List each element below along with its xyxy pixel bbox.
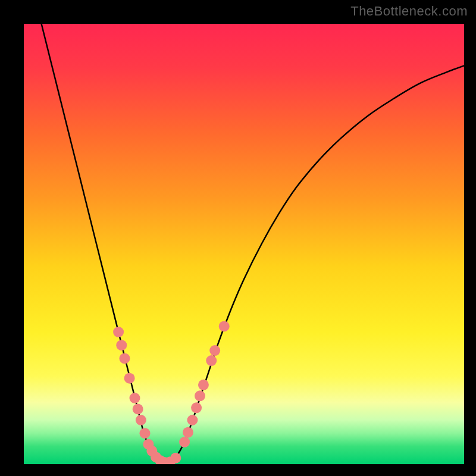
highlight-dot	[136, 415, 146, 425]
highlight-dot	[191, 402, 202, 413]
highlight-dot	[187, 415, 198, 425]
highlight-dot	[116, 340, 127, 350]
highlight-dot	[206, 355, 217, 366]
highlight-dot	[179, 437, 190, 447]
highlight-dot	[140, 428, 151, 439]
highlight-dot	[183, 427, 193, 438]
highlight-dot	[124, 373, 135, 384]
highlight-dot	[133, 404, 143, 415]
bottleneck-curve-left	[42, 24, 167, 463]
highlight-dot	[129, 393, 140, 403]
highlight-dot	[219, 321, 230, 331]
highlight-dot	[209, 345, 220, 356]
highlight-dot	[195, 390, 205, 401]
chart-frame: TheBottleneck.com	[0, 0, 476, 476]
highlight-dot	[170, 453, 181, 464]
watermark-text: TheBottleneck.com	[350, 4, 468, 19]
plot-area	[24, 24, 464, 464]
highlight-dot	[198, 380, 209, 390]
highlight-dot	[119, 353, 130, 364]
curve-layer	[24, 24, 464, 464]
highlight-dot	[113, 327, 124, 337]
bottleneck-curve-right	[167, 65, 465, 462]
